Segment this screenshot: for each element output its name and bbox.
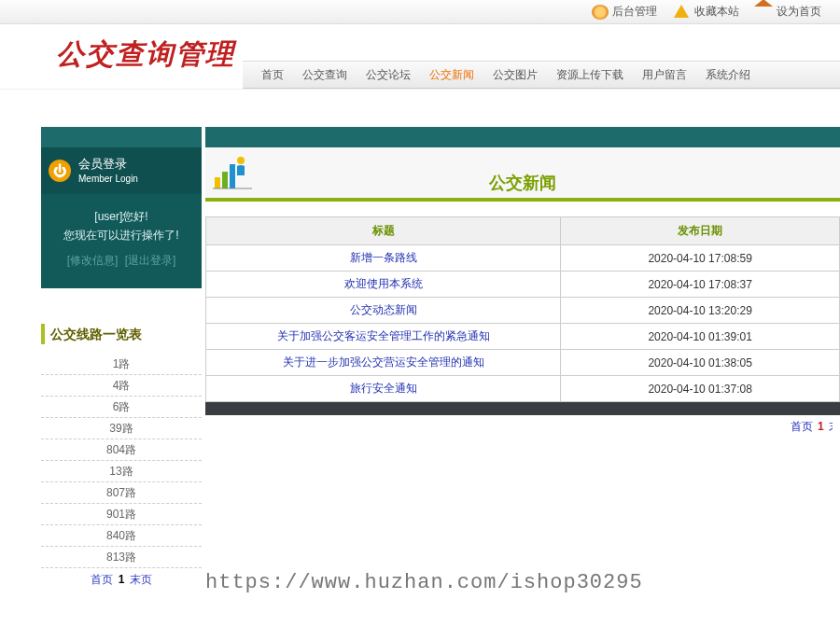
news-date: 2020-04-10 17:08:37 bbox=[561, 272, 840, 298]
nav-item-6[interactable]: 用户留言 bbox=[633, 62, 696, 88]
route-item[interactable]: 39路 bbox=[41, 418, 202, 439]
route-item[interactable]: 4路 bbox=[41, 375, 202, 397]
route-item[interactable]: 6路 bbox=[41, 397, 202, 418]
nav-item-7[interactable]: 系统介绍 bbox=[696, 62, 760, 88]
phone-icon bbox=[592, 5, 609, 20]
routes-pager-current: 1 bbox=[119, 573, 125, 586]
news-date: 2020-04-10 17:08:59 bbox=[561, 245, 840, 272]
table-row: 欢迎使用本系统2020-04-10 17:08:37 bbox=[206, 272, 840, 298]
page-header: 公交查询管理 首页公交查询公交论坛公交新闻公交图片资源上传下载用户留言系统介绍 bbox=[0, 24, 840, 90]
svg-rect-2 bbox=[230, 164, 235, 188]
member-login-panel: ⏻ 会员登录 Member Login [user]您好! 您现在可以进行操作了… bbox=[41, 147, 202, 288]
news-date: 2020-04-10 01:37:08 bbox=[561, 376, 840, 402]
modify-info-link[interactable]: [修改信息] bbox=[67, 254, 119, 267]
content-pager-last[interactable]: 末页 bbox=[829, 420, 833, 433]
news-table: 标题 发布日期 新增一条路线2020-04-10 17:08:59欢迎使用本系统… bbox=[205, 216, 840, 402]
table-row: 关于进一步加强公交营运安全管理的通知2020-04-10 01:38:05 bbox=[206, 350, 840, 376]
sidebar: ⏻ 会员登录 Member Login [user]您好! 您现在可以进行操作了… bbox=[41, 127, 202, 591]
content-pager-first[interactable]: 首页 bbox=[791, 420, 813, 433]
nav-item-1[interactable]: 公交查询 bbox=[293, 62, 357, 88]
svg-rect-0 bbox=[215, 177, 220, 188]
col-title: 标题 bbox=[206, 217, 561, 245]
table-row: 公交动态新闻2020-04-10 13:20:29 bbox=[206, 298, 840, 324]
table-row: 新增一条路线2020-04-10 17:08:59 bbox=[206, 245, 840, 272]
favorite-link[interactable]: 收藏本站 bbox=[674, 4, 739, 20]
nav-item-4[interactable]: 公交图片 bbox=[483, 62, 547, 88]
sidebar-top-strip bbox=[41, 127, 202, 147]
power-icon: ⏻ bbox=[49, 160, 71, 182]
route-item[interactable]: 804路 bbox=[41, 439, 202, 461]
main-nav: 首页公交查询公交论坛公交新闻公交图片资源上传下载用户留言系统介绍 bbox=[243, 61, 840, 89]
admin-link[interactable]: 后台管理 bbox=[592, 4, 657, 20]
nav-item-0[interactable]: 首页 bbox=[252, 62, 293, 88]
route-item[interactable]: 807路 bbox=[41, 482, 202, 504]
news-link[interactable]: 旅行安全通知 bbox=[350, 382, 417, 395]
news-link[interactable]: 关于进一步加强公交营运安全管理的通知 bbox=[283, 355, 484, 369]
route-item[interactable]: 1路 bbox=[41, 354, 202, 375]
news-link[interactable]: 公交动态新闻 bbox=[350, 303, 417, 316]
news-link[interactable]: 关于加强公交客运安全管理工作的紧急通知 bbox=[277, 329, 490, 342]
site-logo: 公交查询管理 bbox=[56, 35, 235, 74]
star-icon bbox=[674, 5, 689, 18]
login-greeting1: [user]您好! bbox=[47, 207, 196, 226]
top-utility-bar: 后台管理 收藏本站 设为首页 bbox=[0, 0, 840, 24]
routes-pager: 首页 1 末页 bbox=[41, 568, 202, 591]
login-header: ⏻ 会员登录 Member Login bbox=[41, 147, 202, 194]
table-footer-bar bbox=[205, 402, 840, 415]
sethome-link[interactable]: 设为首页 bbox=[756, 4, 821, 20]
news-date: 2020-04-10 01:39:01 bbox=[561, 324, 840, 350]
content-title: 公交新闻 bbox=[489, 172, 556, 194]
route-item[interactable]: 901路 bbox=[41, 504, 202, 525]
nav-item-3[interactable]: 公交新闻 bbox=[420, 62, 483, 88]
col-date: 发布日期 bbox=[561, 217, 840, 245]
table-row: 关于加强公交客运安全管理工作的紧急通知2020-04-10 01:39:01 bbox=[206, 324, 840, 350]
routes-pager-first[interactable]: 首页 bbox=[91, 573, 113, 586]
favorite-label: 收藏本站 bbox=[694, 4, 739, 20]
news-date: 2020-04-10 13:20:29 bbox=[561, 298, 840, 324]
route-item[interactable]: 13路 bbox=[41, 461, 202, 482]
logout-link[interactable]: [退出登录] bbox=[125, 254, 176, 267]
table-row: 旅行安全通知2020-04-10 01:37:08 bbox=[206, 376, 840, 402]
login-greeting2: 您现在可以进行操作了! bbox=[47, 226, 196, 244]
main-content: 公交新闻 标题 发布日期 新增一条路线2020-04-10 17:08:59欢迎… bbox=[205, 127, 840, 591]
route-item[interactable]: 813路 bbox=[41, 547, 202, 568]
sethome-label: 设为首页 bbox=[777, 4, 821, 20]
news-link[interactable]: 欢迎使用本系统 bbox=[344, 277, 423, 290]
news-date: 2020-04-10 01:38:05 bbox=[561, 350, 840, 376]
admin-label: 后台管理 bbox=[612, 4, 657, 20]
bus-routes-panel: 公交线路一览表 1路4路6路39路804路13路807路901路840路813路… bbox=[41, 324, 202, 591]
nav-item-2[interactable]: 公交论坛 bbox=[357, 62, 420, 88]
svg-rect-1 bbox=[222, 172, 228, 188]
login-title-en: Member Login bbox=[78, 173, 138, 185]
login-title-cn: 会员登录 bbox=[78, 157, 138, 173]
route-item[interactable]: 840路 bbox=[41, 525, 202, 547]
svg-point-3 bbox=[237, 157, 245, 164]
routes-panel-title: 公交线路一览表 bbox=[41, 324, 202, 344]
content-pager-current: 1 bbox=[818, 420, 824, 433]
chart-person-icon bbox=[213, 155, 252, 190]
content-top-strip bbox=[205, 127, 840, 147]
content-pager: 首页 1 末页 bbox=[205, 415, 840, 435]
routes-pager-last[interactable]: 末页 bbox=[130, 573, 152, 586]
content-header: 公交新闻 bbox=[205, 147, 840, 202]
news-link[interactable]: 新增一条路线 bbox=[350, 251, 417, 264]
routes-list: 1路4路6路39路804路13路807路901路840路813路 bbox=[41, 354, 202, 568]
nav-item-5[interactable]: 资源上传下载 bbox=[547, 62, 633, 88]
